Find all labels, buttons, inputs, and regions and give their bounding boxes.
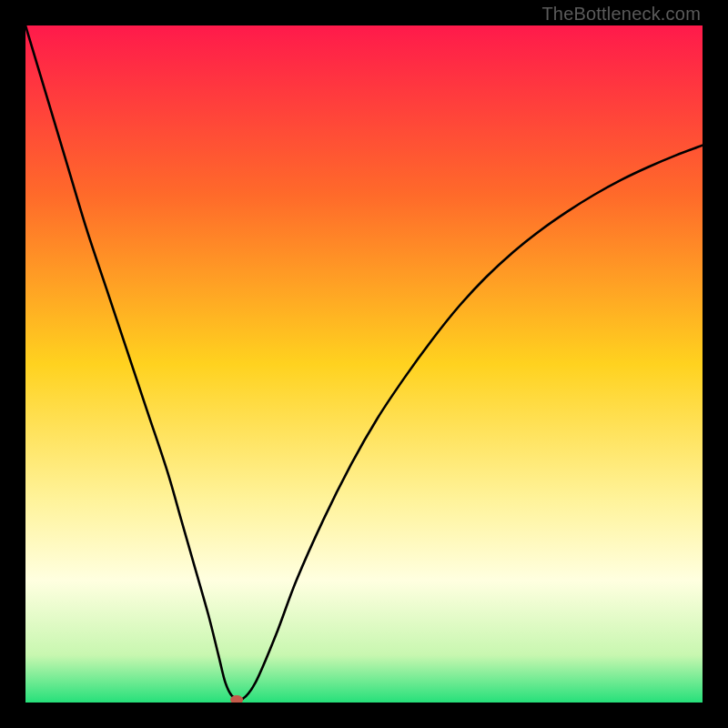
watermark-text: TheBottleneck.com	[541, 4, 701, 25]
chart-svg	[25, 25, 703, 703]
chart-frame: TheBottleneck.com	[0, 0, 728, 728]
plot-area	[25, 25, 703, 703]
gradient-background	[25, 25, 703, 703]
